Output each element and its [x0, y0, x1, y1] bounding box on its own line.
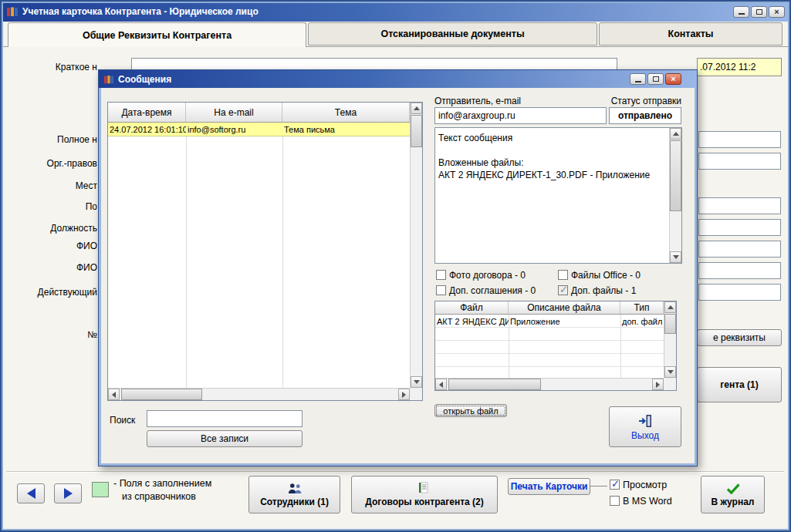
- legend-text-line1: - Поля с заполнением: [113, 478, 211, 489]
- label-fio-2: ФИО: [0, 262, 97, 273]
- col-header-file-type[interactable]: Тип: [620, 301, 664, 314]
- journal-button[interactable]: В журнал: [701, 476, 765, 513]
- message-vscrollbar[interactable]: [669, 128, 681, 263]
- msword-checkbox-label: В MS Word: [623, 496, 672, 507]
- message-row[interactable]: 24.07.2012 16:01:10 info@softorg.ru Тема…: [108, 123, 410, 136]
- dialog-close-icon[interactable]: ×: [665, 73, 681, 85]
- open-file-button[interactable]: открыть файл: [434, 404, 507, 417]
- sender-input[interactable]: info@araxgroup.ru: [434, 107, 607, 124]
- scroll-left-icon[interactable]: [108, 389, 120, 400]
- files-table-header: Файл Описание файла Тип: [435, 301, 676, 315]
- scroll-up-icon[interactable]: [411, 103, 422, 114]
- dialog-titlebar: Сообщения ×: [99, 70, 697, 88]
- dialog-maximize-icon[interactable]: [647, 73, 664, 85]
- contracts-icon: [417, 482, 431, 494]
- close-icon[interactable]: ×: [769, 6, 785, 18]
- msword-checkbox[interactable]: В MS Word: [610, 496, 672, 507]
- label-org-form: Орг.-правов: [0, 158, 97, 169]
- print-connector-line: [590, 486, 607, 487]
- right-field-2[interactable]: [698, 153, 781, 170]
- dialog-minimize-icon[interactable]: [630, 73, 646, 85]
- label-number: №: [0, 329, 97, 340]
- all-records-button[interactable]: Все записи: [147, 430, 303, 447]
- file-row[interactable]: АКТ 2 ЯНДЕКС ДИ Приложение доп. файл: [435, 315, 664, 328]
- message-body-box[interactable]: Текст сообщения Вложенные файлы: АКТ 2 Я…: [434, 127, 682, 264]
- dialog-title: Сообщения: [118, 74, 171, 85]
- contracts-side-button[interactable]: гента (1): [697, 367, 782, 402]
- app-icon: [6, 5, 19, 18]
- created-date-field: .07.2012 11:2: [697, 58, 782, 76]
- legend-text-line2: из справочников: [122, 491, 196, 502]
- hscroll-thumb[interactable]: [121, 389, 202, 400]
- col-header-file-desc[interactable]: Описание файла: [509, 301, 620, 314]
- col-header-file[interactable]: Файл: [435, 301, 509, 314]
- right-field-3[interactable]: [698, 197, 781, 214]
- office-files-checkbox[interactable]: Файлы Office - 0: [558, 270, 641, 281]
- scroll-left-icon[interactable]: [435, 379, 447, 390]
- messages-hscrollbar[interactable]: [108, 388, 410, 400]
- msword-checkbox-box: [610, 496, 620, 506]
- maximize-icon[interactable]: [751, 6, 767, 18]
- label-position: Должность: [0, 223, 97, 234]
- right-field-6[interactable]: [698, 262, 781, 279]
- preview-checkbox[interactable]: Просмотр: [610, 480, 667, 490]
- files-table: Файл Описание файла Тип АКТ 2 ЯНДЕКС ДИ …: [434, 301, 677, 391]
- scroll-down-icon[interactable]: [664, 366, 676, 378]
- bottom-divider: [6, 471, 784, 473]
- print-card-button[interactable]: Печать Карточки: [508, 478, 590, 495]
- vscroll-thumb[interactable]: [411, 115, 422, 147]
- arrow-right-icon: [64, 488, 73, 499]
- tab-contacts[interactable]: Контакты: [599, 22, 783, 45]
- vscroll-thumb[interactable]: [664, 314, 676, 334]
- legend-color-swatch: [92, 482, 109, 497]
- label-post: По: [0, 201, 97, 212]
- right-field-1[interactable]: [698, 131, 781, 148]
- employees-button-label: Сотрудники (1): [260, 497, 329, 507]
- addendum-checkbox[interactable]: Доп. соглашения - 0: [436, 285, 536, 296]
- tab-general-details[interactable]: Общие Реквизиты Контрагента: [8, 22, 306, 47]
- exit-button-label: Выход: [631, 430, 659, 441]
- hscroll-thumb[interactable]: [448, 379, 541, 390]
- extra-files-checkbox[interactable]: Доп. файлы - 1: [558, 285, 636, 296]
- messages-table-header: Дата-время На e-mail Тема: [108, 103, 422, 123]
- send-status-label: Статус отправки: [604, 96, 681, 106]
- contracts-button[interactable]: Договоры контрагента (2): [351, 476, 498, 513]
- send-status-field: отправлено: [609, 107, 681, 124]
- prev-record-button[interactable]: [17, 483, 45, 503]
- right-field-4[interactable]: [698, 219, 781, 236]
- exit-icon: [637, 413, 653, 429]
- right-field-7[interactable]: [698, 284, 781, 301]
- messages-dialog: Сообщения × Дата-время На e-mail Тема 24…: [98, 69, 698, 466]
- scroll-down-icon[interactable]: [670, 251, 681, 263]
- scroll-up-icon[interactable]: [664, 301, 676, 313]
- main-window: Учетная карточка Контрагента - Юридическ…: [0, 0, 791, 532]
- label-location: Мест: [0, 180, 97, 191]
- search-input[interactable]: [147, 410, 303, 427]
- col-header-email[interactable]: На e-mail: [186, 103, 282, 122]
- main-titlebar: Учетная карточка Контрагента - Юридическ…: [2, 2, 789, 22]
- next-record-button[interactable]: [54, 483, 82, 503]
- message-line-4: АКТ 2 ЯНДЕКС ДИРЕКТ-1_30.PDF - Приложени…: [438, 169, 678, 181]
- employees-button[interactable]: Сотрудники (1): [248, 476, 340, 513]
- col-header-datetime[interactable]: Дата-время: [108, 103, 186, 122]
- scroll-down-icon[interactable]: [411, 376, 422, 388]
- preview-checkbox-label: Просмотр: [623, 480, 667, 490]
- messages-table: Дата-время На e-mail Тема 24.07.2012 16:…: [107, 102, 423, 401]
- tab-scanned-documents[interactable]: Отсканированные документы: [308, 22, 597, 45]
- minimize-icon[interactable]: [733, 6, 749, 18]
- col-header-subject[interactable]: Тема: [282, 103, 410, 122]
- files-hscrollbar[interactable]: [435, 378, 664, 390]
- scroll-right-icon[interactable]: [652, 379, 664, 390]
- right-field-5[interactable]: [698, 241, 781, 258]
- scroll-up-icon[interactable]: [670, 128, 681, 140]
- message-line-3: Вложенные файлы:: [438, 157, 678, 169]
- photo-contract-checkbox[interactable]: Фото договора - 0: [436, 270, 526, 281]
- exit-button[interactable]: Выход: [609, 406, 681, 447]
- bank-details-button[interactable]: е реквизиты: [697, 329, 782, 346]
- vscroll-thumb[interactable]: [670, 140, 681, 211]
- contracts-button-label: Договоры контрагента (2): [365, 497, 483, 507]
- files-vscrollbar[interactable]: [664, 301, 676, 378]
- sender-label: Отправитель, e-mail: [434, 96, 521, 106]
- scroll-right-icon[interactable]: [398, 389, 410, 400]
- messages-vscrollbar[interactable]: [410, 103, 422, 388]
